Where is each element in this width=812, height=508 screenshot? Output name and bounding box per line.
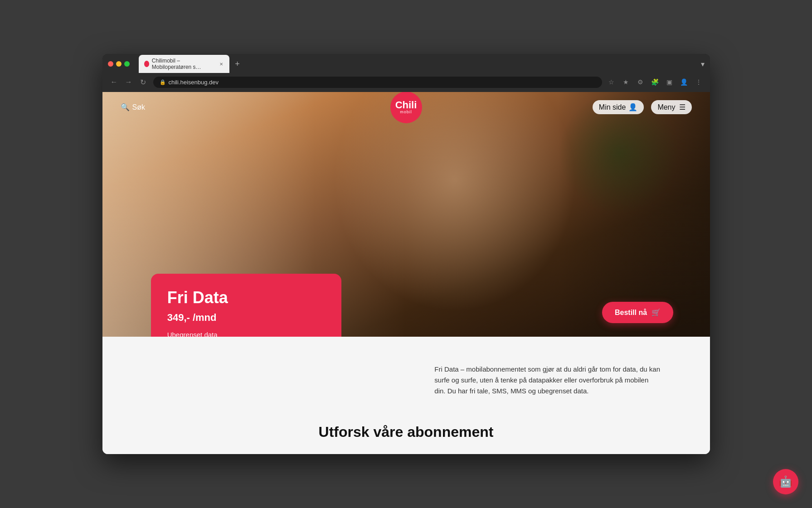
product-title: Fri Data xyxy=(167,288,325,307)
website-content: 🔍 Søk Chili mobil Min side 👤 Meny ☰ xyxy=(102,92,710,454)
close-traffic-light[interactable] xyxy=(108,61,113,67)
content-section: Fri Data – mobilabonnementet som gjør at… xyxy=(102,337,710,415)
tab-close-button[interactable]: ✕ xyxy=(219,61,224,67)
meny-button[interactable]: Meny ☰ xyxy=(651,100,691,114)
nav-right-actions: Min side 👤 Meny ☰ xyxy=(593,100,692,114)
minimize-traffic-light[interactable] xyxy=(116,61,122,67)
logo-text: Chili xyxy=(395,100,417,110)
tab-dropdown-button[interactable]: ▾ xyxy=(701,60,705,68)
section-title: Utforsk våre abonnement xyxy=(102,424,710,440)
active-tab[interactable]: Chilimobil – Mobiloperatøren s… ✕ xyxy=(139,55,229,73)
extensions-icon[interactable]: 🧩 xyxy=(649,76,661,88)
bestill-naa-button[interactable]: Bestill nå 🛒 xyxy=(602,302,673,323)
product-description: Fri Data – mobilabonnementet som gjør at… xyxy=(434,355,661,397)
product-price: 349,- /mnd xyxy=(167,312,325,324)
traffic-lights xyxy=(108,61,130,67)
refresh-button[interactable]: ↻ xyxy=(137,76,150,88)
browser-actions: ☆ ★ ⚙ 🧩 ▣ 👤 ⋮ xyxy=(606,76,705,88)
menu-icon: ☰ xyxy=(679,103,686,111)
bestill-label: Bestill nå xyxy=(615,309,647,317)
nav-search-area[interactable]: 🔍 Søk xyxy=(121,103,145,111)
product-feature: Ubegrenset data xyxy=(167,331,325,337)
browser-nav-buttons: ← → ↻ xyxy=(108,76,150,88)
site-navigation: 🔍 Søk Chili mobil Min side 👤 Meny ☰ xyxy=(102,92,710,122)
tab-favicon xyxy=(144,61,149,67)
site-logo[interactable]: Chili mobil xyxy=(390,92,422,123)
hero-section: Fri Data 349,- /mnd Ubegrenset data 20 M… xyxy=(102,92,710,337)
bookmark-icon[interactable]: ☆ xyxy=(606,76,618,88)
maximize-traffic-light[interactable] xyxy=(124,61,130,67)
user-icon: 👤 xyxy=(628,103,637,111)
browser-addressbar: ← → ↻ 🔒 chili.heisenbug.dev ☆ ★ ⚙ 🧩 ▣ 👤 … xyxy=(102,74,710,92)
sidebar-icon[interactable]: ▣ xyxy=(664,76,676,88)
settings-icon[interactable]: ⚙ xyxy=(635,76,647,88)
bottom-section: Utforsk våre abonnement xyxy=(102,415,710,454)
more-icon[interactable]: ⋮ xyxy=(693,76,705,88)
hero-product-card: Fri Data 349,- /mnd Ubegrenset data 20 M… xyxy=(151,274,341,337)
profile-icon[interactable]: 👤 xyxy=(678,76,690,88)
browser-window: Chilimobil – Mobiloperatøren s… ✕ + ▾ ← … xyxy=(102,54,710,454)
back-button[interactable]: ← xyxy=(108,76,121,88)
url-text: chili.heisenbug.dev xyxy=(169,79,219,86)
browser-titlebar: Chilimobil – Mobiloperatøren s… ✕ + ▾ xyxy=(102,54,710,74)
min-side-link[interactable]: Min side 👤 xyxy=(593,100,644,114)
meny-label: Meny xyxy=(657,103,675,111)
logo-sub: mobil xyxy=(400,110,412,114)
search-icon: 🔍 xyxy=(121,103,130,111)
tab-title: Chilimobil – Mobiloperatøren s… xyxy=(152,58,216,70)
cart-icon: 🛒 xyxy=(652,308,661,317)
lock-icon: 🔒 xyxy=(160,79,166,85)
forward-button[interactable]: → xyxy=(122,76,135,88)
new-tab-button[interactable]: + xyxy=(231,58,244,70)
address-bar[interactable]: 🔒 chili.heisenbug.dev xyxy=(153,77,602,88)
search-label[interactable]: Søk xyxy=(132,103,145,111)
browser-tabs: Chilimobil – Mobiloperatøren s… ✕ + ▾ xyxy=(139,55,705,73)
min-side-label: Min side xyxy=(599,103,626,111)
star-icon[interactable]: ★ xyxy=(620,76,632,88)
